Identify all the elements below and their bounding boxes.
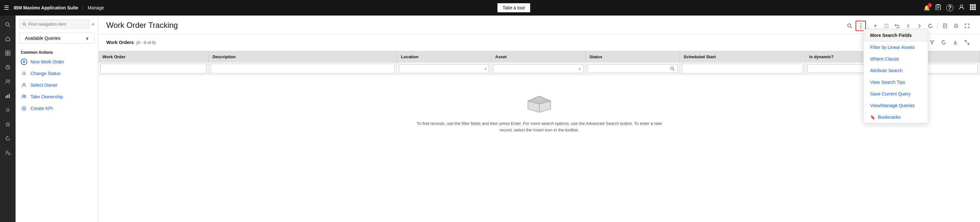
nav-action-take-ownership[interactable]: Take Ownership bbox=[16, 91, 98, 103]
svg-line-44 bbox=[851, 27, 852, 29]
sidebar-icon-grid[interactable] bbox=[1, 47, 14, 60]
nav-collapse-button[interactable]: < bbox=[92, 22, 94, 27]
table-container: Work Order Description Location Asset St… bbox=[99, 51, 980, 143]
nav-action-new-work-order[interactable]: + New Work Order bbox=[16, 56, 98, 68]
svg-point-57 bbox=[670, 67, 673, 70]
svg-point-42 bbox=[23, 108, 25, 109]
svg-rect-14 bbox=[974, 8, 976, 10]
filter-asset-input[interactable]: › bbox=[493, 64, 583, 73]
dropdown-item-where-clause[interactable]: Where Clause bbox=[864, 53, 928, 65]
sidebar-icon-search[interactable] bbox=[1, 18, 14, 31]
queries-chevron: ∨ bbox=[86, 36, 89, 41]
nav-search-input[interactable] bbox=[29, 22, 86, 27]
dropdown-item-manage-queries[interactable]: View/Manage Queries bbox=[864, 100, 928, 111]
dropdown-item-bookmarks[interactable]: 🔖 Bookmarks bbox=[864, 111, 928, 123]
plus-circle-icon: + bbox=[21, 59, 27, 65]
dropdown-item-label: Filter by Linear Assets bbox=[870, 44, 915, 50]
svg-point-24 bbox=[6, 79, 8, 82]
svg-line-23 bbox=[8, 67, 9, 68]
take-ownership-label: Take Ownership bbox=[30, 94, 63, 99]
dropdown-item-view-search-tips[interactable]: View Search Tips bbox=[864, 76, 928, 88]
table-download-button[interactable] bbox=[950, 37, 961, 48]
menu-icon[interactable]: ☰ bbox=[4, 4, 9, 11]
filter-description-input[interactable] bbox=[211, 64, 395, 73]
filter-scheduled-start[interactable] bbox=[679, 62, 805, 75]
topbar-divider bbox=[83, 5, 83, 11]
bookmark-icon: 🔖 bbox=[870, 115, 875, 120]
filter-status-input[interactable] bbox=[587, 64, 678, 73]
sidebar-icon-star[interactable] bbox=[1, 118, 14, 131]
filter-work-order[interactable] bbox=[99, 62, 208, 75]
svg-marker-48 bbox=[930, 24, 932, 25]
filter-location[interactable]: › bbox=[397, 62, 491, 75]
notification-icon[interactable]: 🔔 1 bbox=[924, 5, 930, 11]
work-orders-table: Work Order Description Location Asset St… bbox=[99, 51, 980, 75]
sidebar-icon-refresh[interactable] bbox=[1, 132, 14, 145]
sidebar-icon-people[interactable] bbox=[1, 75, 14, 88]
dropdown-item-label: Save Current Query bbox=[870, 91, 911, 97]
filter-row: › › bbox=[99, 62, 980, 75]
svg-rect-54 bbox=[955, 27, 957, 27]
col-status[interactable]: Status bbox=[585, 51, 679, 62]
people-icon bbox=[21, 94, 27, 100]
topbar-actions: 🔔 1 ? bbox=[924, 4, 976, 12]
nav-search-box[interactable] bbox=[19, 19, 89, 29]
dropdown-item-save-query[interactable]: Save Current Query bbox=[864, 88, 928, 100]
work-orders-title: Work Orders bbox=[106, 40, 134, 45]
svg-point-41 bbox=[22, 106, 26, 110]
dropdown-item-filter-linear[interactable]: Filter by Linear Assets bbox=[864, 41, 928, 53]
work-orders-header: Work Orders (0 - 0 of 0) bbox=[99, 34, 980, 51]
col-asset[interactable]: Asset bbox=[491, 51, 585, 62]
empty-text: To find records, use the filter fields a… bbox=[410, 121, 669, 133]
filter-work-order-input[interactable] bbox=[100, 64, 207, 73]
svg-rect-28 bbox=[9, 94, 10, 98]
search-icon bbox=[670, 67, 675, 71]
nav-action-change-status[interactable]: Change Status bbox=[16, 68, 98, 79]
dropdown-item-attribute-search[interactable]: Attribute Search bbox=[864, 65, 928, 76]
available-queries-dropdown[interactable]: Available Queries ∨ bbox=[19, 33, 94, 44]
dropdown-item-label: Where Clause bbox=[870, 56, 899, 62]
toolbar-print-button[interactable] bbox=[951, 21, 961, 31]
select-owner-label: Select Owner bbox=[30, 82, 58, 88]
filter-status[interactable] bbox=[585, 62, 679, 75]
table-refresh-button[interactable] bbox=[939, 37, 949, 48]
toolbar-search-button[interactable] bbox=[845, 21, 855, 31]
sidebar-icon-clock[interactable] bbox=[1, 61, 14, 74]
nav-action-select-owner[interactable]: Select Owner bbox=[16, 79, 98, 91]
dropdown-item-label: Attribute Search bbox=[870, 68, 902, 73]
svg-point-39 bbox=[22, 95, 24, 97]
apps-icon[interactable] bbox=[970, 4, 976, 12]
col-description[interactable]: Description bbox=[208, 51, 397, 62]
table-filter-button[interactable] bbox=[927, 37, 937, 48]
dropdown-menu: More Search Fields Filter by Linear Asse… bbox=[863, 29, 928, 123]
filter-asset[interactable]: › bbox=[491, 62, 585, 75]
table-header-row: Work Order Description Location Asset St… bbox=[99, 51, 980, 62]
svg-rect-26 bbox=[5, 96, 6, 98]
table-expand-button[interactable] bbox=[962, 37, 972, 48]
svg-rect-53 bbox=[955, 25, 958, 27]
table-section: Work Orders (0 - 0 of 0) bbox=[99, 34, 980, 222]
help-icon[interactable]: ? bbox=[946, 4, 953, 11]
clipboard-icon[interactable] bbox=[935, 4, 941, 11]
filter-scheduled-start-input[interactable] bbox=[682, 64, 803, 73]
sidebar-icon-chart[interactable] bbox=[1, 89, 14, 102]
col-location[interactable]: Location bbox=[397, 51, 491, 62]
topbar-manage: Manage bbox=[88, 5, 104, 10]
sidebar-icon-user-search[interactable] bbox=[1, 146, 14, 159]
filter-description[interactable] bbox=[208, 62, 397, 75]
svg-rect-12 bbox=[970, 8, 972, 10]
svg-line-16 bbox=[9, 25, 10, 27]
filter-location-input[interactable]: › bbox=[399, 64, 489, 73]
page-header: Work Order Tracking ⋮ + bbox=[99, 16, 980, 34]
nav-action-create-kpi[interactable]: Create KPI bbox=[16, 103, 98, 114]
sidebar-icon-settings[interactable] bbox=[1, 103, 14, 116]
toolbar-doc-button[interactable] bbox=[940, 21, 950, 31]
col-work-order[interactable]: Work Order bbox=[99, 51, 208, 62]
toolbar-fullscreen-button[interactable] bbox=[962, 21, 972, 31]
col-scheduled-start[interactable]: Scheduled Start bbox=[679, 51, 805, 62]
svg-rect-7 bbox=[972, 4, 974, 6]
sidebar-icon-home[interactable] bbox=[1, 32, 14, 45]
svg-line-58 bbox=[673, 69, 675, 71]
tour-button[interactable]: Take a tour bbox=[498, 3, 530, 12]
user-icon[interactable] bbox=[959, 4, 964, 11]
